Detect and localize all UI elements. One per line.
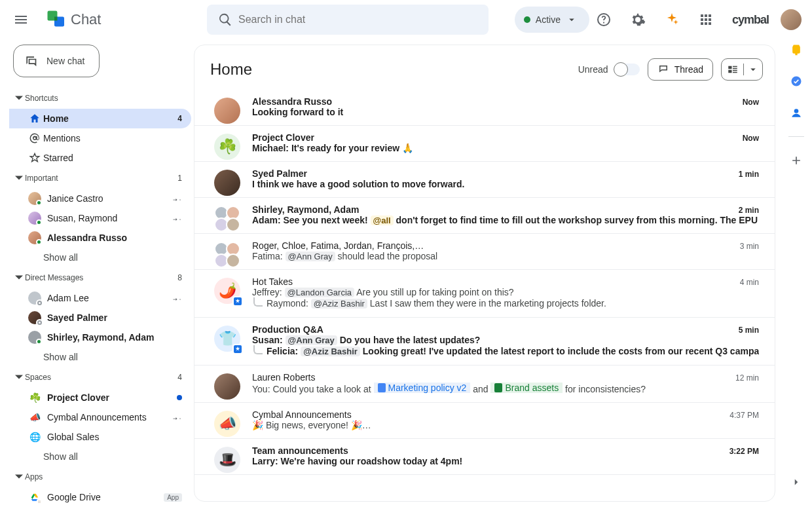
account-avatar[interactable] [781,9,802,30]
avatar-icon [226,217,240,232]
section-important-title: Important [25,174,177,183]
sidebar-item-home[interactable]: Home 4 [9,109,191,128]
conversation-row-clover[interactable]: ☘️Project CloverNowMichael: It's ready f… [194,126,775,162]
search-input[interactable] [238,14,483,26]
conversation-row-lauren[interactable]: Lauren Roberts12 minYou: Could you take … [194,366,775,403]
view-list-button[interactable] [722,64,744,75]
conversation-name: Cymbal Announcements [252,409,352,420]
conversation-row-syed[interactable]: Syed Palmer1 minI think we have a good s… [194,162,775,198]
conversation-row-roger[interactable]: Roger, Chloe, Fatima, Jordan, François,…… [194,234,775,270]
new-chat-button[interactable]: New chat [13,45,100,77]
section-spaces[interactable]: Spaces 4 [9,367,191,388]
dm-adam[interactable]: Adam Lee [9,288,191,308]
mention-chip[interactable]: @Ann Gray [286,252,335,261]
caret-down-icon [13,94,25,102]
tasks-icon [790,75,803,88]
new-chat-label: New chat [46,56,84,66]
section-shortcuts[interactable]: Shortcuts [9,88,191,109]
section-direct[interactable]: Direct Messages 8 [9,267,191,288]
presence-selector[interactable]: Active [515,7,589,33]
message-text: Fatima: [252,251,286,261]
direct-show-all[interactable]: Show all [9,347,191,367]
sidebar-label-home: Home [43,113,177,124]
presence-label: Active [536,14,561,25]
gear-icon [630,12,646,28]
conversation-row-sra[interactable]: Shirley, Raymond, Adam2 minAdam: See you… [194,198,775,234]
conversation-name: Hot Takes [252,276,293,287]
spaces-show-all[interactable]: Show all [9,447,191,466]
presence-dot-icon [524,16,530,23]
doc-chip[interactable]: Marketing policy v2 [374,383,471,393]
section-apps[interactable]: Apps [9,466,191,487]
app-badge-icon [37,499,42,504]
pin-icon [173,194,182,203]
apps-grid-button[interactable] [692,5,720,34]
external-badge-icon [232,344,243,354]
svg-point-7 [794,109,799,113]
show-all-label: Show all [43,352,78,362]
sidebar-item-mentions[interactable]: Mentions [9,128,191,148]
important-show-all[interactable]: Show all [9,248,191,267]
caret-down-icon [13,174,25,182]
dm-sayed-label: Sayed Palmer [43,312,182,323]
gemini-button[interactable] [657,5,686,34]
pin-icon [173,293,182,303]
dm-sayed[interactable]: Sayed Palmer [9,308,191,328]
unread-toggle-switch[interactable] [615,64,640,75]
dm-shirley-group[interactable]: Shirley, Raymond, Adam [9,328,191,347]
conversation-time: Now [743,134,759,143]
message-text: Susan: [252,335,286,345]
conversation-name: Production Q&A [252,324,323,335]
conversation-row-team[interactable]: 🎩Team announcements3:22 PMLarry: We're h… [194,439,775,475]
thread-filter-button[interactable]: Thread [648,58,713,81]
space-emoji-icon: ☘️ [214,134,240,160]
rail-addons[interactable] [783,147,809,174]
mention-chip[interactable]: @Aziz Bashir [311,299,367,309]
conversation-time: 12 min [735,373,759,383]
presence-online-icon [36,239,42,245]
unread-filter[interactable]: Unread [578,64,640,75]
avatar-icon [214,98,240,124]
message-text: Michael: It's ready for your review 🙏 [252,143,413,153]
chevron-right-icon [790,476,802,488]
conversation-time: 5 min [739,326,759,335]
rail-tasks[interactable] [783,68,809,94]
mention-chip[interactable]: @Aziz Bashir [301,347,360,356]
presence-offline-icon [37,301,42,305]
conversation-list[interactable]: Alessandra RussoNowLooking forward to it… [194,90,775,501]
conversation-row-aless[interactable]: Alessandra RussoNowLooking forward to it [194,90,775,126]
rail-contacts[interactable] [783,100,809,126]
unread-dot-icon [177,395,182,400]
help-button[interactable] [589,5,618,34]
mention-chip[interactable]: @Landon Garcia [285,288,354,297]
conversation-row-announce[interactable]: 📣Cymbal Announcements4:37 PM🎉 Big news, … [194,403,775,439]
main-menu-button[interactable] [5,4,37,35]
space-global[interactable]: 🌐 Global Sales [9,427,191,447]
rail-keep[interactable] [783,37,809,63]
rail-collapse-button[interactable] [783,469,809,495]
search-bar[interactable] [207,5,489,35]
message-preview: Larry: We're having our roadshow today a… [252,456,759,466]
mention-chip[interactable]: @Ann Gray [286,335,337,345]
side-panel-rail: 31 [781,0,812,507]
sidebar-item-starred[interactable]: Starred [9,148,191,168]
section-important[interactable]: Important 1 [9,168,191,189]
conversation-time: 3 min [740,242,759,251]
new-chat-icon [24,54,37,67]
view-dropdown-button[interactable] [744,64,762,75]
conversation-row-hot[interactable]: 🌶️Hot Takes4 minJeffrey: @Landon Garcia … [194,270,775,318]
doc-chip[interactable]: Brand assets [490,383,563,393]
sidebar: New chat Shortcuts Home 4 Mentions Starr… [0,39,194,507]
space-clover[interactable]: ☘️ Project Clover [9,388,191,407]
message-text: Jeffrey: [252,287,285,297]
settings-button[interactable] [623,5,652,34]
space-cymbal-ann[interactable]: 📣 Cymbal Announcements [9,407,191,427]
dm-susan-raymond[interactable]: Susan, Raymond [9,208,191,228]
presence-online-icon [36,339,42,345]
app-gdrive[interactable]: Google Drive App [9,487,191,507]
conversation-row-prod[interactable]: 👕Production Q&A5 minSusan: @Ann Gray Do … [194,318,775,366]
external-badge-icon [232,296,243,307]
mention-chip[interactable]: @all [371,216,394,225]
dm-alessandra[interactable]: Alessandra Russo [9,228,191,248]
dm-janice[interactable]: Janice Castro [9,189,191,208]
